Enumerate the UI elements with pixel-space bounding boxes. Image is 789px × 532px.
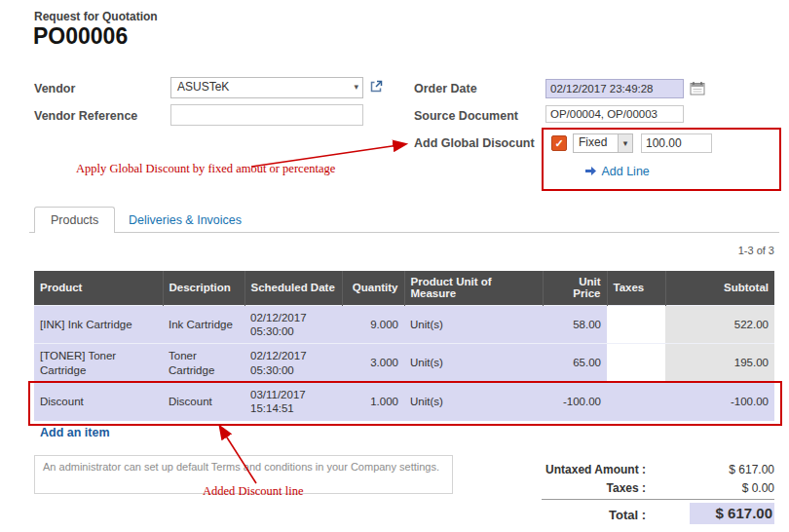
request-for-quotation-page: Request for Quotation PO00006 Vendor ASU…: [0, 0, 789, 532]
cell-subtotal: 522.00: [665, 305, 774, 344]
taxes-label: Taxes :: [456, 481, 646, 495]
vendor-value: ASUSTeK: [177, 80, 229, 94]
cell-description[interactable]: Discount: [163, 383, 244, 421]
table-row-discount[interactable]: Discount Discount 03/11/2017 15:14:51 1.…: [34, 383, 774, 421]
discount-line-note: Added Discount line: [203, 484, 303, 499]
cell-scheduled-date[interactable]: 02/12/2017 05:30:00: [244, 344, 342, 383]
cell-taxes[interactable]: [607, 383, 665, 421]
chevron-down-icon: ▾: [618, 134, 632, 152]
cell-scheduled-date[interactable]: 02/12/2017 05:30:00: [244, 305, 342, 344]
tab-deliveries-invoices[interactable]: Deliveries & Invoices: [129, 213, 242, 227]
cell-quantity[interactable]: 1.000: [342, 383, 404, 421]
column-header-subtotal: Subtotal: [665, 271, 774, 305]
cell-product[interactable]: [TONER] Toner Cartridge: [34, 344, 163, 383]
cell-scheduled-date[interactable]: 03/11/2017 15:14:51: [244, 383, 342, 421]
column-header-taxes: Taxes: [607, 271, 665, 305]
untaxed-amount-value: $ 617.00: [680, 463, 774, 476]
global-discount-checkbox[interactable]: ✓: [551, 135, 567, 151]
cell-quantity[interactable]: 3.000: [342, 344, 404, 383]
total-label: Total :: [505, 508, 646, 522]
taxes-value: $ 0.00: [680, 481, 774, 495]
cell-taxes[interactable]: [607, 305, 665, 344]
column-header-uom: Product Unit of Measure: [404, 271, 543, 305]
cell-subtotal: 195.00: [665, 344, 774, 383]
cell-subtotal: -100.00: [665, 383, 774, 421]
discount-type-select[interactable]: Fixed ▾: [573, 133, 633, 153]
source-document-input[interactable]: [545, 105, 684, 123]
cell-taxes[interactable]: [607, 344, 665, 383]
vendor-select[interactable]: ASUSTeK ▾: [170, 77, 363, 98]
cell-product[interactable]: Discount: [34, 383, 163, 421]
tab-products[interactable]: Products: [34, 207, 115, 233]
order-date-input[interactable]: [545, 79, 684, 98]
table-row-toner-cartridge[interactable]: [TONER] Toner Cartridge Toner Cartridge …: [34, 344, 774, 383]
add-line-label: Add Line: [601, 165, 649, 178]
vendor-label: Vendor: [34, 82, 75, 95]
add-item-link[interactable]: Add an item: [40, 426, 110, 439]
discount-type-value: Fixed: [579, 135, 607, 149]
pager: 1-3 of 3: [677, 245, 774, 256]
cell-uom[interactable]: Unit(s): [404, 383, 543, 421]
cell-uom[interactable]: Unit(s): [404, 344, 543, 383]
cell-quantity[interactable]: 9.000: [342, 305, 404, 344]
calendar-icon[interactable]: [690, 81, 705, 99]
column-header-product: Product: [34, 271, 163, 305]
cell-unit-price[interactable]: 65.00: [543, 344, 607, 383]
cell-description[interactable]: Toner Cartridge: [163, 344, 244, 383]
chevron-down-icon: ▾: [354, 82, 358, 92]
column-header-unit-price: Unit Price: [543, 271, 607, 305]
cell-unit-price[interactable]: 58.00: [543, 305, 607, 344]
table-row-ink-cartridge[interactable]: [INK] Ink Cartridge Ink Cartridge 02/12/…: [34, 305, 774, 344]
order-lines-table: Product Description Scheduled Date Quant…: [34, 271, 774, 421]
tabs-divider: [29, 232, 779, 233]
check-icon: ✓: [554, 137, 563, 149]
vendor-reference-label: Vendor Reference: [34, 109, 137, 123]
order-date-label: Order Date: [414, 82, 477, 95]
page-title: PO00006: [33, 23, 128, 50]
discount-amount-input[interactable]: [641, 133, 712, 153]
vendor-reference-input[interactable]: [170, 104, 363, 126]
cell-product[interactable]: [INK] Ink Cartridge: [34, 305, 163, 344]
global-discount-label: Add Global Disocunt: [414, 136, 535, 150]
global-discount-note: Apply Global Discount by fixed amout or …: [76, 162, 335, 176]
total-value: $ 617.00: [690, 503, 774, 524]
untaxed-amount-label: Untaxed Amount :: [456, 463, 646, 476]
add-line-arrow-icon: [584, 163, 601, 179]
cell-description[interactable]: Ink Cartridge: [163, 305, 244, 344]
source-document-label: Source Document: [414, 109, 518, 123]
column-header-quantity: Quantity: [342, 271, 404, 305]
column-header-scheduled-date: Scheduled Date: [244, 271, 342, 305]
external-link-icon[interactable]: [369, 80, 383, 97]
add-line-link[interactable]: Add Line: [584, 162, 650, 180]
column-header-description: Description: [163, 271, 244, 305]
cell-unit-price[interactable]: -100.00: [543, 383, 607, 421]
cell-uom[interactable]: Unit(s): [404, 305, 543, 344]
totals-divider: [542, 499, 774, 500]
doc-type-label: Request for Quotation: [34, 10, 158, 23]
table-header-row: Product Description Scheduled Date Quant…: [34, 271, 774, 305]
